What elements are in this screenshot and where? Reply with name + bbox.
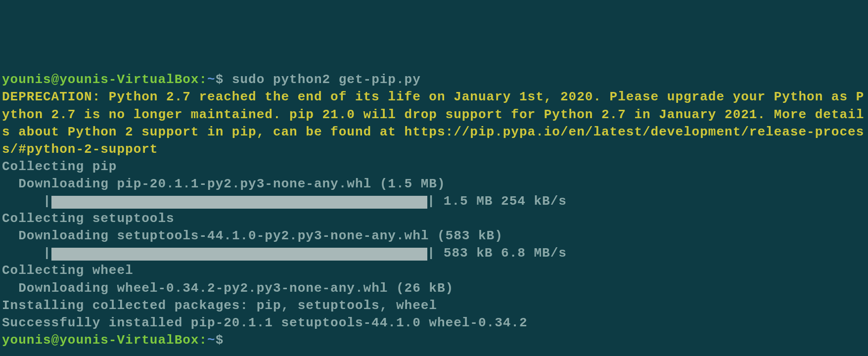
- prompt-user-host-2: younis@younis-VirtualBox: [2, 333, 199, 348]
- downloading-setuptools: Downloading setuptools-44.1.0-py2.py3-no…: [2, 227, 866, 245]
- collecting-setuptools: Collecting setuptools: [2, 210, 866, 227]
- prompt-line-2[interactable]: younis@younis-VirtualBox:~$: [2, 332, 866, 349]
- progress-pip-suffix: | 1.5 MB 254 kB/s: [427, 194, 567, 209]
- prompt-dollar-2: $: [216, 333, 224, 348]
- progress-setuptools-prefix: |: [2, 246, 51, 261]
- prompt-path-2: ~: [207, 333, 216, 348]
- progress-pip: || 1.5 MB 254 kB/s: [2, 193, 866, 210]
- prompt-line-1[interactable]: younis@younis-VirtualBox:~$ sudo python2…: [2, 71, 866, 89]
- prompt-colon-2: :: [199, 333, 207, 348]
- collecting-wheel: Collecting wheel: [2, 262, 866, 279]
- deprecation-warning: DEPRECATION: Python 2.7 reached the end …: [2, 89, 866, 158]
- progress-bar-setuptools: [51, 248, 427, 261]
- installing-packages: Installing collected packages: pip, setu…: [2, 297, 866, 314]
- progress-setuptools: || 583 kB 6.8 MB/s: [2, 245, 866, 262]
- downloading-wheel: Downloading wheel-0.34.2-py2.py3-none-an…: [2, 280, 866, 297]
- command-text: sudo python2 get-pip.py: [232, 72, 421, 87]
- progress-pip-prefix: |: [2, 194, 51, 209]
- prompt-path: ~: [207, 72, 216, 87]
- collecting-pip: Collecting pip: [2, 158, 866, 176]
- progress-setuptools-suffix: | 583 kB 6.8 MB/s: [427, 246, 567, 261]
- downloading-pip: Downloading pip-20.1.1-py2.py3-none-any.…: [2, 176, 866, 193]
- progress-bar-pip: [51, 196, 427, 209]
- prompt-user-host: younis@younis-VirtualBox: [2, 72, 199, 87]
- success-message: Successfully installed pip-20.1.1 setupt…: [2, 314, 866, 332]
- prompt-colon: :: [199, 72, 207, 87]
- prompt-dollar: $: [216, 72, 232, 87]
